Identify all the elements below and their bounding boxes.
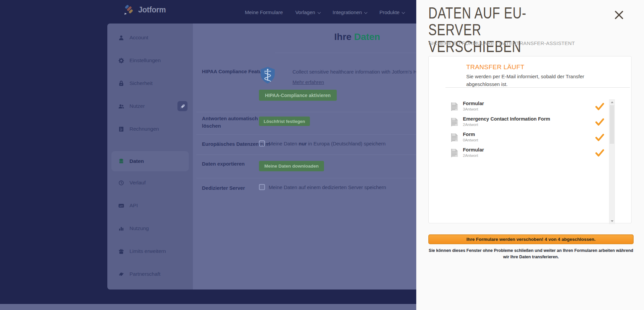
sidebar-item-label: Limits erweitern	[129, 248, 166, 254]
jotform-logo[interactable]: Jotform	[123, 4, 166, 15]
page-title: Ihre Daten	[304, 32, 411, 42]
modal-subtitle: SICHERE EU FORMULARE - DATENTRANSFER-ASS…	[429, 40, 575, 46]
chevron-down-icon	[364, 11, 368, 14]
hipaa-row-label: HIPAA Compliance Features	[202, 68, 269, 75]
nav-item[interactable]: Produkte	[379, 9, 405, 15]
form-transfer-list: Formular 3Antwort Emergency Contact Info…	[451, 100, 606, 162]
transfer-done-check-icon	[595, 102, 604, 110]
list-scrollbar[interactable]	[609, 99, 615, 224]
auto-delete-button[interactable]: Löschfrist festlegen	[259, 117, 310, 126]
transfer-done-check-icon	[595, 118, 604, 126]
transfer-status-card: TRANSFER LÄUFT Sie werden per E-Mail inf…	[428, 56, 632, 223]
divider	[445, 87, 630, 88]
hipaa-description: Collect sensitive healthcare information…	[292, 69, 417, 75]
dedicated-server-checkbox[interactable]	[259, 184, 265, 190]
sidebar-item-label: Partnerschaft	[129, 271, 160, 277]
form-response-count: 3Antwort	[463, 107, 606, 111]
main-nav: Meine Formulare Vorlagen Integrationen P…	[245, 0, 440, 25]
modal-title: DATEN AUF EU-SERVER VERSCHIEBEN	[428, 5, 575, 55]
sidebar-item-icon	[118, 271, 124, 277]
hipaa-activate-button[interactable]: HIPAA-Compliance aktivieren	[259, 90, 337, 101]
rocket-badge	[177, 101, 187, 111]
sidebar-item-icon	[118, 248, 124, 255]
eu-transfer-modal: DATEN AUF EU-SERVER VERSCHIEBEN SICHERE …	[416, 0, 644, 310]
sidebar-item[interactable]: Daten	[111, 151, 189, 171]
form-name: Formular	[463, 100, 606, 106]
nav-item[interactable]: Integrationen	[333, 9, 367, 15]
sidebar-item-icon	[118, 158, 124, 165]
hipaa-shield-icon	[260, 67, 275, 84]
form-document-icon	[451, 133, 458, 142]
export-download-button[interactable]: Meine Daten downloaden	[259, 161, 324, 171]
form-document-icon	[451, 102, 458, 111]
form-list-item[interactable]: Formular 3Antwort	[451, 100, 606, 116]
sidebar-item-icon	[118, 57, 124, 64]
sidebar-item[interactable]: Rechnungen	[107, 118, 193, 140]
sidebar-item-icon	[118, 180, 124, 186]
close-button[interactable]	[612, 8, 626, 21]
form-list-item[interactable]: Form 0Antwort	[451, 131, 606, 146]
sidebar-item[interactable]: Partnerschaft	[107, 263, 193, 285]
settings-sidebar: Account Einstellungen Sicherheit Nutzer …	[107, 24, 193, 290]
sidebar-item-label: Einstellungen	[129, 57, 161, 63]
close-icon	[614, 10, 624, 19]
form-list-item[interactable]: Formular 2Antwort	[451, 146, 606, 162]
eu-datacenter-checkbox-label: Meine Daten nur in Europa (Deutschland) …	[269, 141, 386, 146]
rocket-icon	[180, 103, 185, 109]
sidebar-item[interactable]: API	[107, 194, 193, 217]
form-list-item[interactable]: Emergency Contact Information Form 2Antw…	[451, 116, 606, 131]
transfer-done-check-icon	[595, 149, 604, 157]
transfer-note: Sie können dieses Fenster ohne Probleme …	[428, 248, 634, 260]
dedicated-server-checkbox-label: Meine Daten auf einem dedizierten Server…	[269, 184, 386, 190]
form-name: Emergency Contact Information Form	[463, 116, 606, 122]
sidebar-item[interactable]: Account	[107, 26, 193, 49]
sidebar-item-icon	[118, 126, 124, 132]
dedicated-server-label: Dedizierter Server	[202, 184, 245, 192]
sidebar-item-icon	[118, 203, 124, 209]
sidebar-item-label: Daten	[129, 158, 144, 164]
sidebar-item[interactable]: Limits erweitern	[107, 240, 193, 263]
eu-datacenter-checkbox[interactable]	[259, 140, 265, 146]
form-response-count: 2Antwort	[463, 123, 606, 127]
jotform-logo-text: Jotform	[138, 5, 166, 14]
chevron-down-icon	[402, 11, 405, 14]
sidebar-item-icon	[118, 80, 124, 87]
nav-item[interactable]: Meine Formulare	[245, 9, 283, 15]
form-name: Formular	[463, 146, 606, 152]
sidebar-item-label: Nutzer	[129, 103, 145, 109]
nav-item[interactable]: Vorlagen	[295, 9, 320, 15]
transfer-status-title: TRANSFER LÄUFT	[466, 63, 524, 71]
form-response-count: 2Antwort	[463, 153, 606, 158]
sidebar-item[interactable]: Nutzung	[107, 217, 193, 240]
sidebar-item[interactable]: Sicherheit	[107, 72, 193, 95]
sidebar-item-icon	[118, 225, 124, 232]
page-title-prefix: Ihre	[334, 32, 354, 42]
scrollbar-thumb[interactable]	[610, 105, 614, 144]
sidebar-item[interactable]: Verlauf	[107, 171, 193, 194]
sidebar-item-label: API	[129, 203, 138, 209]
auto-delete-label: Antworten automatisch löschen	[202, 115, 264, 130]
hipaa-learn-more-link[interactable]: Mehr erfahren	[292, 79, 324, 85]
sidebar-item-label: Sicherheit	[129, 80, 153, 86]
transfer-status-description: Sie werden per E-Mail informiert, sobald…	[466, 73, 611, 88]
form-document-icon	[451, 118, 458, 126]
transfer-progress-banner: Ihre Formulare werden verschoben! 4 von …	[428, 234, 634, 244]
sidebar-item-label: Nutzung	[129, 225, 149, 231]
form-response-count: 0Antwort	[463, 138, 606, 142]
sidebar-item-icon	[118, 103, 124, 109]
sidebar-item-icon	[118, 35, 124, 41]
sidebar-item[interactable]: Nutzer	[107, 95, 193, 118]
form-name: Form	[463, 131, 606, 137]
form-document-icon	[451, 148, 458, 157]
sidebar-item-label: Account	[129, 35, 148, 41]
page-title-highlight: Daten	[354, 32, 380, 42]
transfer-done-check-icon	[595, 133, 604, 141]
export-label: Daten exportieren	[202, 160, 245, 168]
chevron-down-icon	[317, 11, 321, 14]
sidebar-item[interactable]: Einstellungen	[107, 49, 193, 72]
sidebar-item-label: Rechnungen	[129, 126, 159, 132]
sidebar-item-label: Verlauf	[129, 180, 146, 186]
jotform-logo-icon	[123, 4, 134, 15]
